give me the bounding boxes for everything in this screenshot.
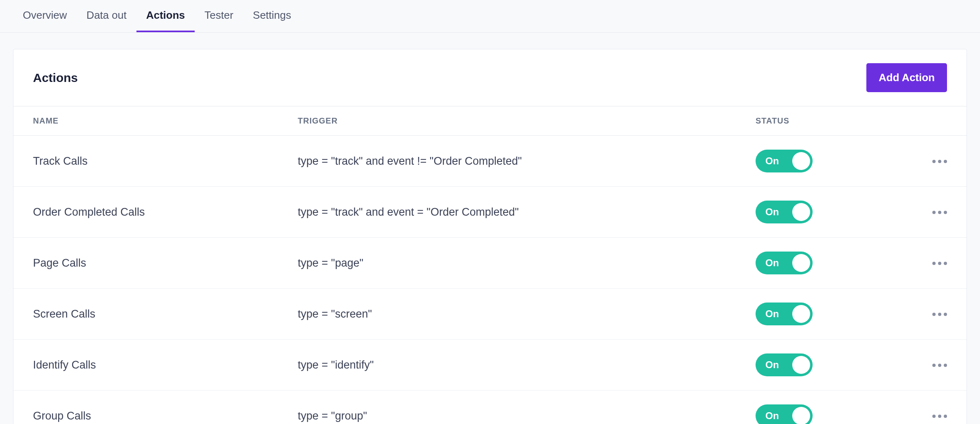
column-header-name: NAME <box>33 116 298 126</box>
toggle-knob <box>792 152 810 170</box>
more-icon[interactable] <box>918 160 947 163</box>
tab-actions[interactable]: Actions <box>136 0 195 32</box>
action-name: Order Completed Calls <box>33 206 298 219</box>
status-toggle[interactable]: On <box>756 252 813 274</box>
action-trigger: type = "track" and event = "Order Comple… <box>298 206 756 219</box>
more-icon[interactable] <box>918 211 947 214</box>
toggle-label: On <box>765 206 779 218</box>
tab-data-out[interactable]: Data out <box>77 0 136 32</box>
action-name: Screen Calls <box>33 308 298 320</box>
toggle-label: On <box>765 359 779 371</box>
status-toggle[interactable]: On <box>756 353 813 376</box>
status-toggle[interactable]: On <box>756 201 813 223</box>
more-icon[interactable] <box>918 364 947 367</box>
table-row: Page Calls type = "page" On <box>13 238 967 289</box>
toggle-label: On <box>765 257 779 269</box>
action-name: Group Calls <box>33 410 298 422</box>
action-name: Page Calls <box>33 257 298 269</box>
status-toggle[interactable]: On <box>756 303 813 325</box>
tab-overview[interactable]: Overview <box>13 0 77 32</box>
tab-settings[interactable]: Settings <box>243 0 301 32</box>
actions-card: Actions Add Action NAME TRIGGER STATUS T… <box>13 49 967 424</box>
table-row: Order Completed Calls type = "track" and… <box>13 187 967 238</box>
tab-tester[interactable]: Tester <box>195 0 243 32</box>
column-header-trigger: TRIGGER <box>298 116 756 126</box>
card-title: Actions <box>33 71 78 85</box>
column-header-status: STATUS <box>756 116 918 126</box>
status-toggle[interactable]: On <box>756 150 813 172</box>
action-trigger: type = "group" <box>298 410 756 422</box>
toggle-knob <box>792 254 810 272</box>
table-row: Group Calls type = "group" On <box>13 391 967 424</box>
tab-bar: Overview Data out Actions Tester Setting… <box>0 0 980 33</box>
action-trigger: type = "screen" <box>298 308 756 320</box>
toggle-label: On <box>765 155 779 167</box>
more-icon[interactable] <box>918 262 947 265</box>
action-trigger: type = "page" <box>298 257 756 269</box>
toggle-knob <box>792 407 810 424</box>
table-row: Screen Calls type = "screen" On <box>13 289 967 340</box>
more-icon[interactable] <box>918 313 947 316</box>
action-trigger: type = "track" and event != "Order Compl… <box>298 155 756 168</box>
card-header: Actions Add Action <box>13 49 967 106</box>
table-row: Identify Calls type = "identify" On <box>13 340 967 391</box>
toggle-knob <box>792 305 810 323</box>
add-action-button[interactable]: Add Action <box>866 63 947 92</box>
action-name: Track Calls <box>33 155 298 168</box>
status-toggle[interactable]: On <box>756 404 813 424</box>
toggle-knob <box>792 356 810 374</box>
toggle-label: On <box>765 410 779 422</box>
table-row: Track Calls type = "track" and event != … <box>13 136 967 187</box>
action-trigger: type = "identify" <box>298 359 756 371</box>
more-icon[interactable] <box>918 415 947 418</box>
toggle-label: On <box>765 308 779 320</box>
table-header-row: NAME TRIGGER STATUS <box>13 106 967 136</box>
action-name: Identify Calls <box>33 359 298 371</box>
toggle-knob <box>792 203 810 221</box>
